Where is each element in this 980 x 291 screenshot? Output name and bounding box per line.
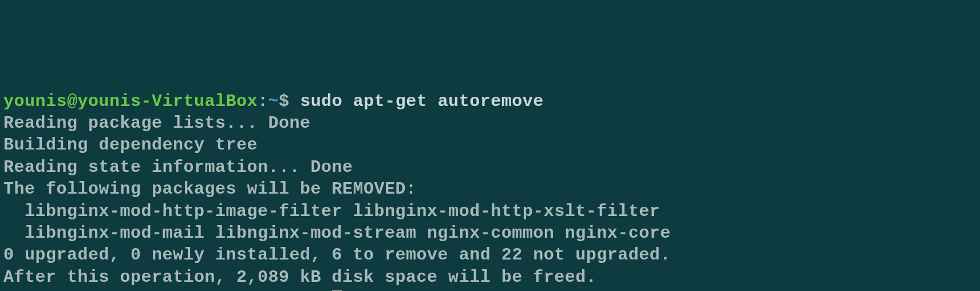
command-text: sudo apt-get autoremove bbox=[300, 92, 544, 111]
output-line: Reading state information... Done bbox=[3, 158, 353, 177]
terminal-window[interactable]: younis@younis-VirtualBox:~$ sudo apt-get… bbox=[3, 91, 977, 291]
output-line: libnginx-mod-http-image-filter libnginx-… bbox=[3, 202, 660, 221]
prompt-colon: : bbox=[258, 92, 268, 111]
output-line: Reading package lists... Done bbox=[3, 113, 311, 133]
prompt-user-host: younis@younis-VirtualBox bbox=[3, 92, 258, 111]
output-line: Building dependency tree bbox=[3, 135, 258, 155]
output-line: 0 upgraded, 0 newly installed, 6 to remo… bbox=[3, 245, 671, 265]
prompt-dollar: $ bbox=[279, 92, 300, 111]
output-line: The following packages will be REMOVED: bbox=[3, 179, 417, 199]
prompt-path: ~ bbox=[268, 92, 279, 111]
output-line: libnginx-mod-mail libnginx-mod-stream ng… bbox=[3, 223, 671, 243]
output-line: After this operation, 2,089 kB disk spac… bbox=[3, 268, 596, 287]
